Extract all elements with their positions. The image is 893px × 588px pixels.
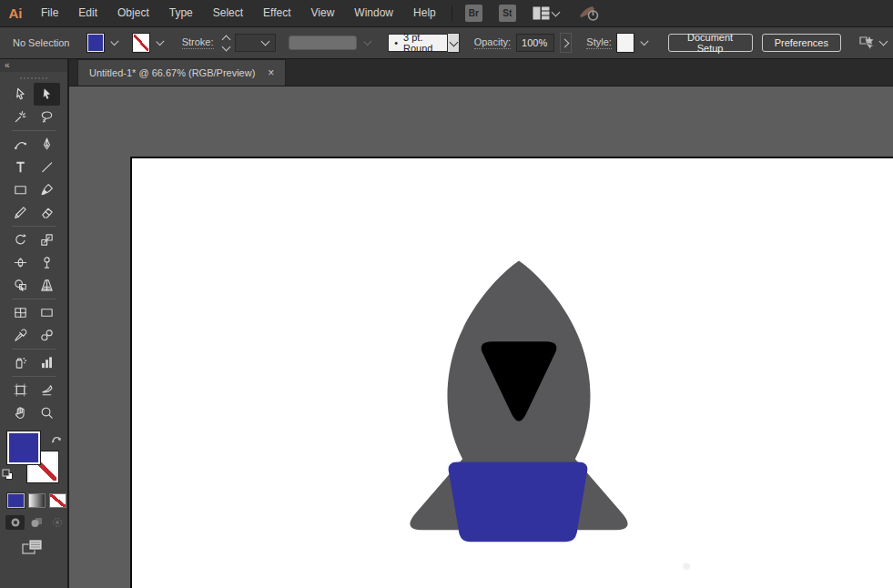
select-similar-icon — [857, 35, 878, 51]
puppet-warp-tool[interactable] — [34, 251, 60, 274]
scale-tool[interactable] — [34, 228, 60, 251]
eyedropper-tool[interactable] — [7, 324, 34, 347]
lasso-icon — [39, 109, 55, 125]
menu-item-select[interactable]: Select — [203, 0, 253, 26]
style-chevron-down-icon[interactable] — [640, 37, 648, 46]
illustrator-window: Ai FileEditObjectTypeSelectEffectViewWin… — [0, 0, 893, 588]
artboard-tool[interactable] — [7, 379, 34, 401]
screen-mode-icon — [22, 539, 44, 556]
lasso-tool[interactable] — [34, 106, 60, 128]
swap-arrows-icon — [51, 433, 63, 444]
stroke-color-swatch[interactable] — [133, 34, 149, 52]
menu-item-effect[interactable]: Effect — [253, 0, 300, 26]
stroke-weight-stepper[interactable] — [223, 36, 229, 50]
toolbar-collapse-button[interactable]: « — [0, 59, 67, 72]
brush-chevron-button[interactable] — [448, 33, 459, 53]
column-graph-icon — [39, 355, 55, 370]
control-bar: No Selection Stroke: • 3 pt. Round Opaci… — [0, 27, 893, 59]
menu-item-window[interactable]: Window — [344, 0, 403, 26]
opacity-label[interactable]: Opacity: — [474, 36, 511, 49]
pencil-tool[interactable] — [7, 201, 34, 224]
direct-selection-tool[interactable] — [7, 83, 34, 106]
blend-tool[interactable] — [34, 324, 60, 347]
selection-status: No Selection — [13, 37, 69, 48]
artboard[interactable] — [130, 157, 893, 588]
selection-tool[interactable] — [34, 83, 60, 106]
stroke-weight-dropdown[interactable] — [235, 34, 277, 52]
perspective-grid-tool[interactable] — [34, 274, 60, 297]
toolbar-drag-grip[interactable] — [20, 77, 47, 81]
fill-stroke-control — [0, 430, 67, 486]
menu-item-type[interactable]: Type — [159, 0, 203, 26]
curvature-tool[interactable] — [7, 133, 34, 156]
none-mode-button[interactable] — [49, 493, 66, 508]
document-setup-button[interactable]: Document Setup — [668, 34, 753, 52]
slice-tool[interactable] — [34, 379, 60, 401]
toolbar-separator — [12, 130, 56, 131]
width-profile-chevron-icon — [364, 37, 372, 46]
draw-behind-button[interactable] — [26, 515, 46, 530]
brush-definition-combo[interactable]: • 3 pt. Round — [388, 33, 459, 53]
opacity-expand-button[interactable] — [560, 33, 572, 53]
bridge-button[interactable]: Br — [465, 5, 482, 22]
stroke-weight-label[interactable]: Stroke: — [182, 36, 214, 49]
toolbar-panel: « — [0, 59, 69, 588]
menu-items: FileEditObjectTypeSelectEffectViewWindow… — [31, 0, 446, 26]
width-icon — [13, 255, 28, 270]
draw-normal-icon — [9, 517, 22, 528]
menu-item-view[interactable]: View — [301, 0, 345, 26]
stock-button[interactable]: St — [499, 5, 516, 22]
menu-item-object[interactable]: Object — [107, 0, 159, 26]
default-fill-stroke-button[interactable] — [2, 468, 14, 484]
opacity-input[interactable]: 100% — [516, 34, 554, 52]
gradient-icon — [39, 305, 55, 320]
column-graph-tool[interactable] — [34, 351, 60, 374]
magic-wand-tool[interactable] — [7, 106, 34, 128]
toolbar-separator — [12, 349, 56, 350]
gradient-tool[interactable] — [34, 301, 60, 324]
width-profile-dropdown — [289, 35, 357, 50]
arrange-documents-button[interactable] — [533, 6, 562, 20]
eyedropper-icon — [13, 328, 28, 343]
swap-fill-stroke-button[interactable] — [51, 431, 63, 448]
rectangle-tool[interactable] — [7, 178, 34, 201]
eraser-tool[interactable] — [34, 201, 60, 224]
width-tool[interactable] — [7, 251, 34, 274]
draw-behind-icon — [30, 517, 43, 528]
preferences-button[interactable]: Preferences — [762, 34, 841, 52]
style-label[interactable]: Style: — [586, 36, 612, 49]
stepper-down-icon[interactable] — [221, 42, 230, 51]
gpu-performance-button[interactable] — [578, 5, 600, 22]
color-mode-button[interactable] — [7, 493, 25, 508]
arrange-documents-icon — [533, 6, 550, 20]
line-segment-tool[interactable] — [34, 156, 60, 178]
document-tab-bar: Untitled-1* @ 66.67% (RGB/Preview) × — [69, 59, 893, 86]
stroke-chevron-down-icon[interactable] — [156, 37, 164, 46]
menu-item-file[interactable]: File — [31, 0, 68, 26]
fill-proxy-swatch[interactable] — [7, 431, 40, 464]
change-screen-mode-button[interactable] — [22, 539, 67, 560]
brush-name: 3 pt. Round — [403, 32, 440, 54]
draw-normal-button[interactable] — [5, 515, 25, 530]
menu-item-edit[interactable]: Edit — [68, 0, 107, 26]
pen-tool[interactable] — [34, 133, 60, 156]
type-tool[interactable] — [7, 156, 34, 178]
menu-item-help[interactable]: Help — [403, 0, 446, 26]
tab-close-icon[interactable]: × — [268, 67, 274, 78]
fill-chevron-down-icon[interactable] — [111, 37, 119, 46]
select-similar-button[interactable] — [857, 35, 889, 51]
mesh-tool[interactable] — [7, 301, 34, 324]
fill-color-swatch[interactable] — [87, 34, 104, 52]
document-tab[interactable]: Untitled-1* @ 66.67% (RGB/Preview) × — [77, 59, 286, 86]
gradient-mode-button[interactable] — [28, 493, 46, 508]
paintbrush-tool[interactable] — [34, 178, 60, 201]
puppet-warp-icon — [39, 255, 55, 270]
style-swatch[interactable] — [617, 34, 634, 52]
canvas-pasteboard[interactable] — [69, 86, 893, 588]
rotate-tool[interactable] — [7, 228, 34, 251]
body-shape[interactable] — [449, 462, 588, 542]
zoom-tool[interactable] — [34, 401, 60, 424]
shape-builder-tool[interactable] — [7, 274, 34, 297]
hand-tool[interactable] — [7, 401, 34, 424]
symbol-sprayer-tool[interactable] — [7, 351, 34, 374]
